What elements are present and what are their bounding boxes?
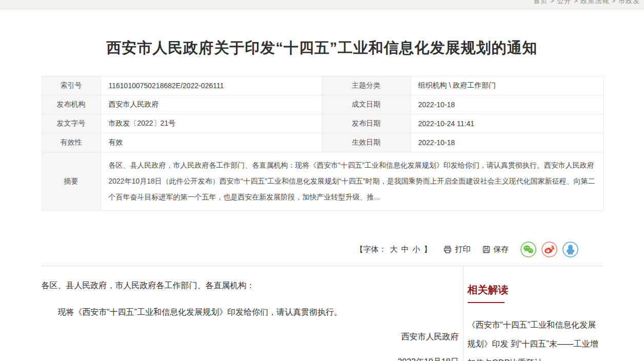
font-size-small-button[interactable]: 小: [413, 245, 420, 254]
save-label: 保存: [494, 245, 509, 254]
weibo-share-icon[interactable]: [541, 242, 557, 257]
meta-label-document-number: 发文字号: [42, 114, 101, 133]
wechat-share-icon[interactable]: [520, 242, 536, 257]
meta-label-summary: 摘要: [42, 152, 101, 211]
font-size-prefix: 【字体：: [356, 245, 387, 254]
related-interpretation-header: 相关解读: [468, 283, 603, 297]
meta-label-index-number: 索引号: [42, 76, 101, 95]
meta-label-publish-date: 发布日期: [323, 114, 411, 133]
meta-label-effective-date: 生效日期: [323, 133, 411, 152]
meta-label-validity: 有效性: [42, 133, 101, 152]
meta-value-index-number: 11610100750218682E/2022-026111: [101, 76, 323, 95]
meta-value-effective-date: 2022-10-18: [411, 133, 603, 152]
meta-value-document-number: 市政发〔2022〕21号: [101, 114, 323, 133]
font-size-medium-button[interactable]: 中: [401, 245, 409, 254]
meta-label-topic-category: 主题分类: [323, 76, 411, 95]
save-icon: [482, 245, 491, 254]
page-container: 西安市人民政府关于印发“十四五”工业和信息化发展规划的通知 索引号 116101…: [42, 38, 603, 361]
share-icons: [520, 242, 578, 257]
qq-share-icon[interactable]: [562, 242, 578, 257]
header-underline: [468, 302, 505, 303]
print-label: 打印: [455, 245, 471, 254]
meta-label-issuing-agency: 发布机构: [42, 95, 101, 114]
font-size-suffix: 】: [424, 245, 432, 254]
meta-value-topic-category: 组织机构 \ 政府工作部门: [411, 76, 603, 95]
meta-value-issuing-agency: 西安市人民政府: [101, 95, 323, 114]
meta-label-written-date: 成文日期: [323, 95, 411, 114]
meta-value-summary: 各区、县人民政府，市人民政府各工作部门、各直属机构：现将《西安市“十四五”工业和…: [101, 152, 603, 211]
printer-icon: [443, 245, 452, 254]
related-interpretation-link[interactable]: 《西安市“十四五”工业和信息化发展规划》印发 到“十四五”末——工业增加值占GD…: [468, 315, 603, 361]
document-paragraph: 现将《西安市“十四五”工业和信息化发展规划》印发给你们，请认真贯彻执行。: [42, 303, 461, 322]
meta-value-validity: 有效: [101, 133, 323, 152]
related-interpretation-panel: 相关解读 《西安市“十四五”工业和信息化发展规划》印发 到“十四五”末——工业增…: [463, 266, 603, 361]
document-salutation: 各区、县人民政府，市人民政府各工作部门、各直属机构：: [42, 276, 461, 295]
top-bar: 首页 > 公开 > 政策法规 > 市政发: [0, 0, 644, 9]
metadata-table: 索引号 11610100750218682E/2022-026111 主题分类 …: [42, 76, 603, 211]
breadcrumb[interactable]: 首页 > 公开 > 政策法规 > 市政发: [534, 0, 640, 6]
page-title: 西安市人民政府关于印发“十四五”工业和信息化发展规划的通知: [42, 38, 603, 58]
meta-value-publish-date: 2022-10-24 11:41: [411, 114, 603, 133]
document-body: 各区、县人民政府，市人民政府各工作部门、各直属机构： 现将《西安市“十四五”工业…: [42, 266, 463, 361]
document-signature: 西安市人民政府: [42, 328, 461, 346]
font-size-large-button[interactable]: 大: [390, 245, 398, 254]
toolbar: 【字体： 大 中 小 】 打印: [42, 242, 603, 266]
document-date: 2022年10月18日: [42, 353, 461, 361]
content-area: 各区、县人民政府，市人民政府各工作部门、各直属机构： 现将《西安市“十四五”工业…: [42, 266, 603, 361]
meta-value-written-date: 2022-10-18: [411, 95, 603, 114]
print-button[interactable]: 打印: [443, 245, 471, 254]
save-button[interactable]: 保存: [482, 245, 509, 254]
font-size-control: 【字体： 大 中 小 】: [356, 245, 432, 254]
